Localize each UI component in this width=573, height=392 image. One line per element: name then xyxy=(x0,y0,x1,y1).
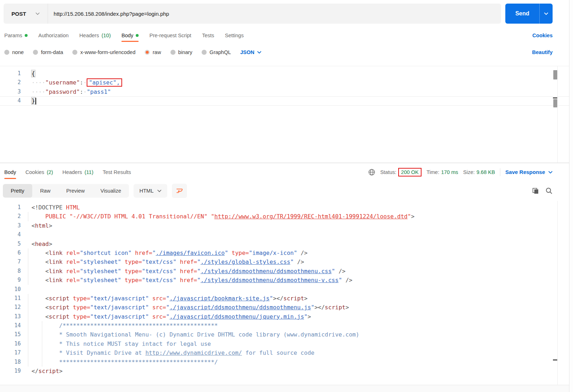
code-token xyxy=(32,331,59,338)
body-mode-form-data[interactable]: form-data xyxy=(33,49,63,55)
request-tab-params[interactable]: Params xyxy=(4,27,28,44)
code-token xyxy=(149,304,153,311)
code-token: > xyxy=(49,222,52,229)
code-line: 10 xyxy=(0,285,573,294)
method-label: POST xyxy=(11,11,26,17)
body-mode-graphql[interactable]: GraphQL xyxy=(202,49,231,55)
response-tab-cookies[interactable]: Cookies(2) xyxy=(25,163,53,181)
code-token: ./styles/ddsmoothmenu/ddsmoothmenu-v.css xyxy=(201,277,338,284)
code-token: type= xyxy=(73,304,90,311)
code-line: 6 <link rel="shortcut icon" href="./imag… xyxy=(0,248,573,257)
scrollbar-thumb[interactable] xyxy=(553,70,557,79)
code-line: 4 xyxy=(0,230,573,239)
code-token: " xyxy=(197,277,201,284)
response-actions xyxy=(532,187,553,194)
chevron-down-icon xyxy=(257,51,261,54)
code-token xyxy=(32,277,45,284)
search-button[interactable] xyxy=(545,187,553,194)
response-tab-headers[interactable]: Headers(11) xyxy=(62,163,93,181)
time-label: Time: xyxy=(427,169,439,175)
time-field: Time: 170 ms xyxy=(427,169,458,175)
code-token: ./styles/global-styles.css xyxy=(201,258,290,265)
code-token: < xyxy=(45,268,49,275)
code-token xyxy=(32,258,45,265)
code-token: < xyxy=(45,258,49,265)
line-number: 4 xyxy=(0,230,21,239)
tab-label: Settings xyxy=(225,33,244,38)
copy-button[interactable] xyxy=(532,187,539,194)
code-token: > xyxy=(59,368,63,374)
code-token: : xyxy=(80,79,83,86)
code-token: "shortcut icon" xyxy=(80,250,132,256)
request-tab-pre-request-script[interactable]: Pre-request Script xyxy=(149,27,191,44)
radio-icon xyxy=(72,50,77,55)
code-token: "stylesheet" xyxy=(80,258,121,265)
code-token: < xyxy=(45,250,49,256)
view-tab-pretty[interactable]: Pretty xyxy=(3,184,32,198)
response-tab-list: BodyCookies(2)Headers(11)Test Results xyxy=(4,163,131,181)
wrap-lines-icon xyxy=(176,188,183,194)
scrollbar-thumb[interactable] xyxy=(553,99,557,107)
code-token: " xyxy=(332,268,335,275)
url-input[interactable] xyxy=(48,4,501,24)
code-token: </ xyxy=(32,368,38,374)
code-token: rel= xyxy=(66,277,80,284)
response-tab-body[interactable]: Body xyxy=(4,163,16,181)
response-tab-test-results[interactable]: Test Results xyxy=(103,163,131,181)
body-mode-binary[interactable]: binary xyxy=(170,49,193,55)
request-body-editor[interactable]: 1{2····"username":·"apisec",3····"passwo… xyxy=(0,66,573,163)
line-number: 11 xyxy=(0,294,21,303)
response-body-editor[interactable]: 1<!DOCTYPE HTML2 PUBLIC "-//W3C//DTD HTM… xyxy=(0,201,573,385)
request-tab-authorization[interactable]: Authorization xyxy=(38,27,69,44)
response-header: BodyCookies(2)Headers(11)Test Results St… xyxy=(0,163,573,181)
content-type-selector[interactable]: JSON xyxy=(240,49,262,55)
line-number: 1 xyxy=(0,69,21,78)
request-tab-body[interactable]: Body xyxy=(121,27,139,44)
view-tab-visualize[interactable]: Visualize xyxy=(92,184,129,198)
beautify-link[interactable]: Beautify xyxy=(532,49,553,55)
code-line: 11 <script type="text/javascript" src=".… xyxy=(0,294,573,303)
mode-label: binary xyxy=(178,49,193,55)
save-response-button[interactable]: Save Response xyxy=(505,169,553,175)
body-mode-row: noneform-datax-www-form-urlencodedrawbin… xyxy=(0,44,573,61)
format-selector[interactable]: HTML xyxy=(134,184,167,198)
cookies-link[interactable]: Cookies xyxy=(533,33,553,38)
api-client-window: POST Send ParamsAuthorizationHeaders(10)… xyxy=(0,0,573,392)
code-token: ****************************************… xyxy=(59,359,218,366)
response-toolbar: PrettyRawPreviewVisualize HTML xyxy=(0,181,573,201)
code-token: script xyxy=(325,304,346,311)
method-selector[interactable]: POST xyxy=(4,4,48,24)
request-tab-headers[interactable]: Headers(10) xyxy=(80,27,111,44)
code-token: " xyxy=(270,295,273,302)
view-tab-raw[interactable]: Raw xyxy=(32,184,58,198)
code-token: for full source code xyxy=(242,349,314,356)
code-token xyxy=(32,349,59,356)
body-mode-x-www-form-urlencoded[interactable]: x-www-form-urlencoded xyxy=(72,49,135,55)
send-options-button[interactable] xyxy=(539,4,553,24)
body-mode-raw[interactable]: raw xyxy=(145,49,161,55)
code-token xyxy=(63,258,66,265)
code-token: < xyxy=(45,277,49,284)
wrap-lines-button[interactable] xyxy=(172,184,187,198)
globe-icon xyxy=(368,169,375,176)
code-token: · xyxy=(83,88,87,95)
tab-label: Test Results xyxy=(103,169,131,175)
code-token: script xyxy=(49,295,69,302)
code-token: " xyxy=(166,304,170,311)
code-token: ./images/favicon.ico xyxy=(156,250,225,256)
page-scrollbar[interactable] xyxy=(569,0,573,392)
mode-label: none xyxy=(12,49,24,55)
code-token: · xyxy=(83,79,87,86)
body-mode-none[interactable]: none xyxy=(4,49,24,55)
send-button[interactable]: Send xyxy=(505,4,553,24)
code-token: "text/javascript" xyxy=(90,304,149,311)
code-token: href= xyxy=(180,268,197,275)
request-tab-settings[interactable]: Settings xyxy=(225,27,244,44)
code-token: /***************************************… xyxy=(59,322,218,329)
code-token: http://www.dynamicdrive.com/ xyxy=(145,349,242,356)
code-token: link xyxy=(49,258,63,265)
code-token: " xyxy=(166,313,170,320)
tab-label: Body xyxy=(121,33,133,38)
view-tab-preview[interactable]: Preview xyxy=(58,184,93,198)
request-tab-tests[interactable]: Tests xyxy=(202,27,214,44)
